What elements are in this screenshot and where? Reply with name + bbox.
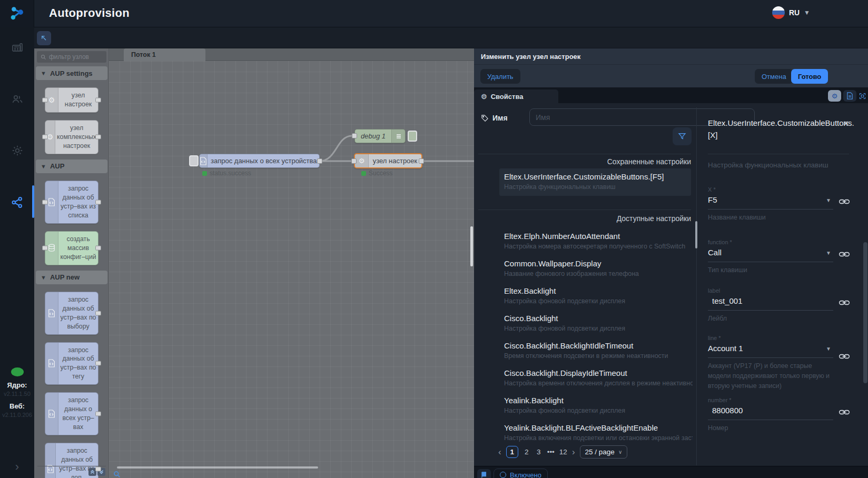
output-port[interactable] — [95, 466, 101, 471]
page-ellipsis[interactable]: ••• — [547, 448, 555, 456]
input-port[interactable] — [42, 200, 48, 204]
palette-node[interactable]: запрос данных о всех устр–вах — [45, 392, 98, 435]
file-code-icon — [45, 292, 58, 334]
field-number: number * Номер — [708, 397, 833, 433]
gear-icon: ⚙ — [832, 92, 838, 100]
line-select[interactable]: Account 1 ▼ — [708, 343, 833, 358]
search-icon — [41, 54, 46, 60]
link-icon[interactable] — [839, 298, 850, 307]
tab-flow-1[interactable]: Поток 1 — [124, 48, 205, 61]
chevron-down-icon: ▼ — [41, 274, 46, 281]
input-port[interactable] — [351, 158, 357, 164]
available-setting-item[interactable]: Common.Wallpaper.Display Название фоново… — [504, 259, 693, 277]
input-port[interactable] — [42, 97, 48, 102]
available-setting-item[interactable]: Yealink.Backlight.BLFActiveBacklightEnab… — [504, 423, 693, 442]
delete-button[interactable]: Удалить — [480, 69, 520, 84]
output-port[interactable] — [95, 412, 101, 416]
field-line: line * Account 1 ▼ Аккаунт (VP17 (P) и б… — [708, 335, 833, 391]
canvas-search-button[interactable] — [112, 470, 122, 478]
sidebar-item-flows[interactable] — [0, 192, 34, 213]
status-dot — [361, 171, 366, 176]
palette-node[interactable]: запрос данных об устр–вах из списка — [45, 181, 98, 224]
palette-node[interactable]: ⚙ узел комплексных настроек — [45, 120, 98, 154]
palette-node[interactable]: создать массив конфиг–ций — [45, 231, 98, 265]
label-input[interactable] — [708, 296, 833, 305]
output-port[interactable] — [95, 97, 101, 102]
phone-device-icon — [11, 41, 24, 54]
core-version-value: v2.11.1.50 — [0, 391, 34, 397]
palette-category-aup-settings[interactable]: ▼ AUP settings — [36, 66, 107, 80]
expand-sidebar-button[interactable]: › — [0, 460, 34, 474]
docs-button[interactable] — [477, 469, 491, 478]
output-port[interactable] — [95, 361, 101, 366]
page-size-select[interactable]: 25 / page ∨ — [580, 445, 628, 459]
tab-properties[interactable]: ⚙ Свойства — [474, 89, 558, 103]
done-button[interactable]: Готово — [791, 69, 828, 84]
number-input[interactable] — [708, 406, 833, 415]
node-request-all-devices[interactable]: запрос данных о всех устройствах — [199, 154, 320, 168]
output-port[interactable] — [95, 200, 101, 204]
panel-scrollbar-thumb[interactable] — [863, 242, 867, 383]
prev-page-button[interactable]: ‹ — [498, 447, 501, 456]
description-view-button[interactable] — [843, 90, 856, 102]
available-setting-item[interactable]: Eltex.Elph.NumberAutoAttendant Настройка… — [504, 232, 693, 250]
palette-filter-input[interactable]: фильтр узлов — [37, 51, 106, 63]
palette-node[interactable]: запрос данных об устр–вах по выбору — [45, 292, 98, 335]
appearance-view-button[interactable] — [856, 90, 868, 102]
page-1-button[interactable]: 1 — [506, 446, 518, 458]
filter-settings-button[interactable] — [673, 127, 692, 145]
available-setting-item[interactable]: Cisco.Backlight.DisplayIdleTimeout Настр… — [504, 369, 693, 387]
close-icon[interactable]: ✕ — [843, 119, 850, 128]
page-3-button[interactable]: 3 — [535, 448, 542, 456]
palette-category-aup[interactable]: ▼ AUP — [36, 160, 107, 173]
x-select[interactable]: F5 ▼ — [708, 194, 833, 210]
field-function: function * Call ▼ Тип клавиши — [708, 239, 833, 275]
page-12-button[interactable]: 12 — [559, 448, 567, 456]
sidebar-item-settings[interactable] — [0, 140, 34, 161]
output-port[interactable] — [317, 158, 322, 164]
flow-canvas[interactable]: Поток 1 debug 1 з — [109, 48, 474, 478]
available-settings-section-label: Доступные настройки — [478, 214, 691, 223]
available-setting-item[interactable]: Yealink.Backlight Настройка фоновой подс… — [504, 396, 693, 414]
node-settings-selected[interactable]: ⚙ узел настроек — [354, 153, 422, 168]
output-port[interactable] — [95, 246, 101, 251]
cancel-button[interactable]: Отмена — [755, 69, 793, 84]
function-select[interactable]: Call ▼ — [708, 247, 833, 262]
available-setting-item[interactable]: Cisco.Backlight Настройка фоновой подсве… — [504, 314, 693, 332]
app-logo[interactable] — [0, 0, 34, 27]
palette-node[interactable]: ⚙ узел настроек — [45, 87, 98, 113]
palette-category-aup-new[interactable]: ▼ AUP new — [36, 271, 107, 284]
palette-node[interactable]: запрос данных об устр–вах по тегу — [45, 342, 98, 385]
output-port[interactable] — [95, 135, 101, 140]
output-port[interactable] — [419, 158, 424, 164]
divider — [478, 154, 691, 154]
output-port[interactable] — [95, 311, 101, 315]
enabled-toggle-button[interactable]: Включено — [494, 469, 548, 478]
properties-view-button[interactable]: ⚙ — [828, 90, 841, 102]
node-debug[interactable]: debug 1 — [354, 129, 406, 143]
cursor-arrow-icon — [40, 34, 48, 42]
available-setting-item[interactable]: Eltex.Backlight Настройка фоновой подсве… — [504, 286, 693, 305]
canvas-horizontal-scrollbar[interactable] — [117, 466, 318, 469]
pointer-tool-button[interactable] — [37, 31, 51, 45]
input-port[interactable] — [352, 133, 357, 138]
link-icon[interactable] — [839, 197, 850, 206]
link-icon[interactable] — [839, 407, 850, 417]
input-port[interactable] — [42, 135, 48, 140]
detail-scrollbar-thumb[interactable] — [695, 221, 697, 248]
editor-tabs: ⚙ Свойства ⚙ — [474, 87, 868, 103]
language-selector[interactable]: RU ▼ — [772, 6, 810, 19]
saved-setting-item[interactable]: Eltex.UserInterface.CustomizableButtons.… — [499, 168, 691, 196]
sidebar-item-devices[interactable] — [0, 37, 34, 58]
sidebar-item-users[interactable] — [0, 88, 34, 109]
debug-toggle-button[interactable] — [408, 131, 417, 142]
canvas-grid[interactable]: debug 1 запрос данных о всех устройствах… — [109, 61, 474, 478]
inject-button[interactable] — [189, 155, 199, 166]
page-2-button[interactable]: 2 — [523, 448, 530, 456]
next-page-button[interactable]: › — [572, 447, 575, 456]
link-icon[interactable] — [839, 352, 850, 361]
link-icon[interactable] — [839, 250, 850, 259]
available-setting-item[interactable]: Cisco.Backlight.BacklightIdleTimeout Вре… — [504, 341, 693, 360]
canvas-vertical-scrollbar[interactable] — [470, 226, 473, 266]
input-port[interactable] — [42, 246, 48, 251]
